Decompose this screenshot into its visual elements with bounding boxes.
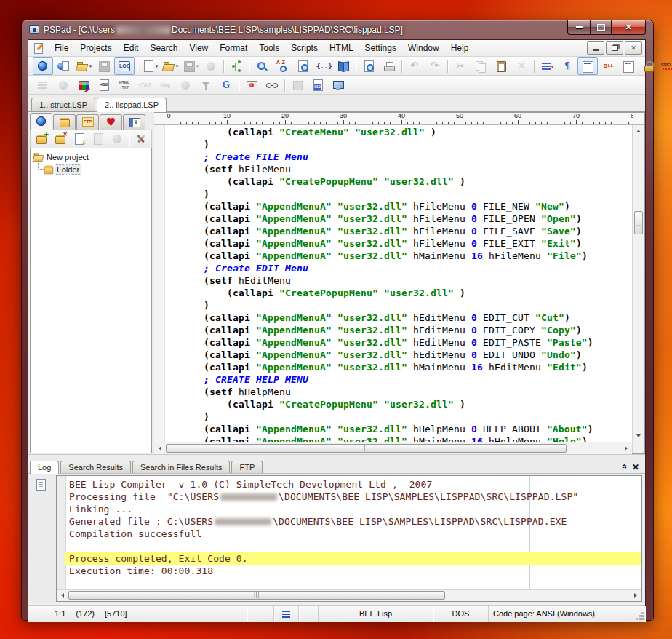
editor-vertical-scrollbar[interactable] xyxy=(632,125,644,442)
read-only-lock-button[interactable] xyxy=(639,57,659,75)
project-tree[interactable]: New projectFolder xyxy=(30,148,152,453)
highlighter-settings-button[interactable] xyxy=(598,57,618,75)
cut-button[interactable] xyxy=(450,57,471,75)
sidebar-tab-files-panel[interactable] xyxy=(53,114,76,130)
tags-to-uppercase-button[interactable] xyxy=(135,76,155,94)
scroll-right-arrow[interactable] xyxy=(630,590,641,601)
save-file-button[interactable]: ▾ xyxy=(180,57,201,75)
menu-item-format[interactable]: Format xyxy=(214,41,253,55)
project-properties-button[interactable] xyxy=(108,131,127,147)
menu-item-settings[interactable]: Settings xyxy=(359,41,402,55)
doc-tab-2-lisppad-lsp[interactable]: 2.. lisppad.LSP xyxy=(97,98,167,112)
open-project-button[interactable]: ▾ xyxy=(73,57,94,75)
menu-item-file[interactable]: File xyxy=(49,41,74,55)
sidebar-tab-favorites-panel[interactable] xyxy=(100,114,122,130)
redo-button[interactable] xyxy=(425,57,445,75)
replace-button[interactable] xyxy=(272,57,292,75)
log-window-button[interactable] xyxy=(114,57,135,75)
scroll-left-arrow[interactable] xyxy=(57,590,68,601)
scroll-down-arrow[interactable] xyxy=(633,430,644,442)
log-tab-ftp[interactable]: FTP xyxy=(231,461,263,473)
editor-horizontal-scrollbar[interactable] xyxy=(154,442,632,454)
scroll-right-arrow[interactable] xyxy=(620,442,632,454)
reformat-html-button[interactable] xyxy=(175,76,196,94)
tree-item-new-project[interactable]: New project xyxy=(32,151,150,163)
title-bar[interactable]: PSPad - [C:\UsersDocuments\BEE LISP\samp… xyxy=(22,20,653,39)
mdi-minimize-button[interactable] xyxy=(587,41,604,55)
print-button[interactable] xyxy=(379,57,399,75)
highlighter-cell[interactable]: BEE Lisp xyxy=(319,606,433,622)
collapse-panel-icon[interactable]: » xyxy=(620,466,629,469)
log-output[interactable]: BEE Lisp Compiler v 1.0 (C) SimpleTech D… xyxy=(56,475,642,602)
reformat-button[interactable] xyxy=(33,76,53,94)
mdi-close-button[interactable]: ✕ xyxy=(625,41,642,55)
menu-item-edit[interactable]: Edit xyxy=(118,41,145,55)
code-clips-button[interactable] xyxy=(313,57,333,75)
maximize-button[interactable] xyxy=(590,20,611,35)
tree-item-folder[interactable]: Folder xyxy=(32,163,150,175)
menu-item-scripts[interactable]: Scripts xyxy=(285,41,324,55)
horizontal-scroll-thumb[interactable] xyxy=(68,591,445,600)
code-area[interactable]: (callapi "CreateMenu" "user32.dll" ) ) ;… xyxy=(154,125,632,442)
save-project-button[interactable] xyxy=(94,57,114,75)
html-to-text-button[interactable] xyxy=(114,76,135,94)
word-wrap-button[interactable] xyxy=(537,57,557,75)
ascii-chart-button[interactable] xyxy=(94,76,114,94)
scroll-up-arrow[interactable] xyxy=(633,125,644,137)
vertical-scroll-thumb[interactable] xyxy=(634,211,643,234)
codepage-cell[interactable]: Code page: ANSI (Windows) xyxy=(489,606,645,622)
add-file-to-project-button[interactable] xyxy=(70,131,89,147)
delete-button[interactable] xyxy=(511,57,532,75)
menu-item-search[interactable]: Search xyxy=(144,41,183,55)
close-button[interactable]: ✕ xyxy=(611,20,646,35)
new-file-button[interactable]: ▾ xyxy=(140,57,160,75)
strip-tags-button[interactable] xyxy=(196,76,216,94)
add-folder-to-project-button[interactable] xyxy=(32,131,51,147)
sidebar-tab-project-panel[interactable] xyxy=(30,113,52,130)
new-project-button[interactable] xyxy=(33,57,53,75)
record-macro-button[interactable] xyxy=(241,76,262,94)
find-in-files-button[interactable] xyxy=(292,57,313,75)
log-tab-search-in-files-results[interactable]: Search in Files Results xyxy=(132,461,231,473)
minimize-button[interactable] xyxy=(567,20,590,35)
sidebar-tab-templates-panel[interactable] xyxy=(123,114,145,130)
open-file-button[interactable]: ▾ xyxy=(160,57,180,75)
resize-grip[interactable] xyxy=(641,618,644,620)
spell-check-button[interactable]: ▾ xyxy=(659,57,672,75)
print-preview-button[interactable] xyxy=(359,57,379,75)
mdi-restore-button[interactable] xyxy=(606,41,623,55)
window-list-button[interactable] xyxy=(287,76,308,94)
code-explorer-button[interactable] xyxy=(226,57,247,75)
paste-button[interactable] xyxy=(491,57,511,75)
menu-item-help[interactable]: Help xyxy=(445,41,475,55)
menu-item-tools[interactable]: Tools xyxy=(253,41,285,55)
project-main-file-button[interactable] xyxy=(53,57,73,75)
sidebar-tab-ftp-panel[interactable] xyxy=(76,114,99,130)
text-difference-button[interactable] xyxy=(262,76,282,94)
remove-file-from-project-button[interactable] xyxy=(89,131,108,147)
menu-item-projects[interactable]: Projects xyxy=(74,41,117,55)
remove-folder-from-project-button[interactable] xyxy=(51,131,70,147)
log-horizontal-scrollbar[interactable] xyxy=(57,589,641,601)
system-edit-button[interactable] xyxy=(328,76,348,94)
find-button[interactable] xyxy=(252,57,272,75)
log-tab-search-results[interactable]: Search Results xyxy=(60,461,131,473)
line-numbers-button[interactable] xyxy=(618,57,639,75)
menu-item-window[interactable]: Window xyxy=(402,41,445,55)
scroll-left-arrow[interactable] xyxy=(154,442,166,454)
menu-item-view[interactable]: View xyxy=(183,41,214,55)
tags-to-lowercase-button[interactable] xyxy=(155,76,175,94)
color-select-button[interactable] xyxy=(73,76,94,94)
log-tab-log[interactable]: Log xyxy=(30,461,59,474)
open-in-hex-editor-button[interactable] xyxy=(308,76,328,94)
close-panel-icon[interactable]: ✕ xyxy=(632,463,639,472)
project-settings-button[interactable] xyxy=(132,131,151,147)
syntax-highlighting-button[interactable] xyxy=(577,57,598,75)
google-search-button[interactable] xyxy=(216,76,236,94)
doc-tab-1-struct-lsp[interactable]: 1.. struct.LSP xyxy=(31,98,95,111)
show-formatting-button[interactable] xyxy=(557,57,577,75)
horizontal-scroll-thumb[interactable] xyxy=(166,444,567,453)
help-contents-button[interactable] xyxy=(333,57,353,75)
menu-item-html[interactable]: HTML xyxy=(324,41,359,55)
compress-button[interactable] xyxy=(53,76,73,94)
